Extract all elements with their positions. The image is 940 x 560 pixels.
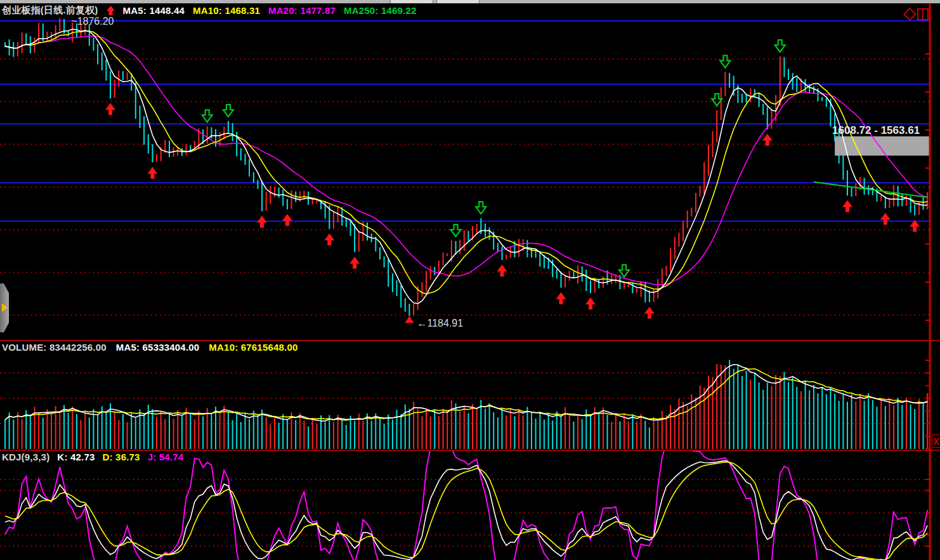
- kdj-j-value: J: 54.74: [148, 452, 184, 462]
- ma10-value: MA10: 1468.31: [193, 5, 260, 16]
- stock-chart-window: 创业板指(日线.前复权) MA5: 1448.44 MA10: 1468.31 …: [0, 0, 940, 560]
- buy-signal-arrow: [880, 213, 891, 225]
- chart-header: 创业板指(日线.前复权) MA5: 1448.44 MA10: 1468.31 …: [2, 4, 417, 16]
- sell-signal-arrow: [712, 94, 722, 106]
- kdj-indicator-label: KDJ(9,3,3): [2, 452, 49, 462]
- instrument-title: 创业板指(日线.前复权): [2, 4, 98, 16]
- ma250-value: MA250: 1469.22: [344, 5, 417, 16]
- expand-arrow-icon: [2, 303, 8, 312]
- sell-signal-arrow: [223, 105, 233, 117]
- buy-signal-arrow: [585, 297, 596, 309]
- volume-header: VOLUME: 83442256.00 MA5: 65333404.00 MA1…: [2, 342, 298, 353]
- high-price-label: ~1876.20: [71, 16, 114, 27]
- buy-signal-arrow: [105, 103, 115, 115]
- sell-signal-arrow: [202, 110, 212, 122]
- price-pane: [0, 18, 930, 323]
- sell-signal-arrow: [619, 265, 629, 277]
- up-arrow-icon: [107, 6, 115, 16]
- volume-ma10-value: MA10: 67615648.00: [209, 342, 297, 353]
- buy-signal-arrow: [147, 167, 157, 179]
- buy-signal-arrow: [556, 292, 566, 304]
- chart-canvas[interactable]: [0, 0, 940, 560]
- ma5-value: MA5: 1448.44: [123, 5, 185, 16]
- buy-signal-arrow: [282, 214, 292, 226]
- sell-signal-arrow: [451, 225, 461, 237]
- buy-signal-arrow: [324, 233, 334, 245]
- price-range-label: 1608.72 - 1563.61: [832, 124, 920, 137]
- buy-signal-arrow: [842, 200, 852, 212]
- ma20-value: MA20: 1477.87: [268, 5, 336, 16]
- sidebar-expand-tab[interactable]: [0, 283, 9, 332]
- sell-signal-arrow: [775, 40, 785, 52]
- buy-signal-arrow: [497, 264, 507, 277]
- kdj-header: KDJ(9,3,3) K: 42.73 D: 36.73 J: 54.74: [2, 452, 183, 462]
- buy-signal-arrow: [644, 307, 655, 319]
- price-axis: [0, 4, 940, 560]
- volume-value: VOLUME: 83442256.00: [2, 342, 107, 353]
- kdj-k-value: K: 42.73: [57, 452, 95, 462]
- sell-signal-arrow: [720, 56, 730, 68]
- buy-signal-arrow: [349, 257, 360, 269]
- low-marker-triangle: [405, 316, 414, 323]
- low-price-label: ←1184.91: [417, 318, 463, 329]
- close-indicator-button[interactable]: X: [932, 434, 940, 448]
- split-divider: [922, 10, 924, 19]
- volume-pane: [0, 360, 930, 450]
- buy-signal-arrow: [257, 216, 267, 228]
- volume-ma5-value: MA5: 65333404.00: [116, 342, 200, 353]
- sell-signal-arrow: [476, 202, 486, 214]
- kdj-d-value: D: 36.73: [103, 452, 140, 462]
- split-window-icon[interactable]: [917, 8, 929, 20]
